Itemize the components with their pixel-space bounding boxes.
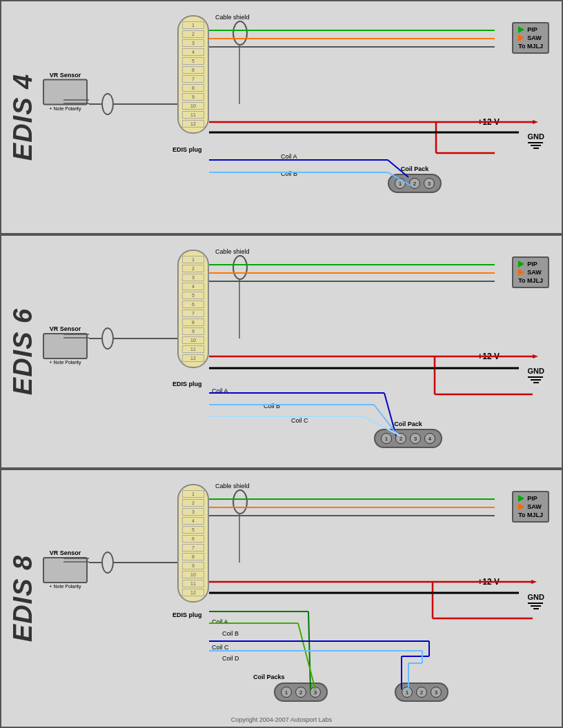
saw-label-6: SAW (527, 269, 542, 276)
saw-row-4: SAW (518, 34, 543, 41)
edis-plug-4: 1 2 3 4 5 6 7 8 9 10 11 12 (177, 15, 209, 134)
copyright: Copyright 2004-2007 Autosport Labs (1, 716, 562, 723)
svg-line-56 (298, 623, 315, 689)
gnd-4: GND (528, 132, 544, 149)
coil-a-label-8: Coil A (212, 618, 228, 625)
svg-line-54 (308, 611, 310, 689)
edis4-section: EDIS 4 VR Sensor + Note Polarity Cable s… (0, 0, 563, 234)
edis6-section: EDIS 6 VR Sensor + Note Polarity Cable s… (0, 234, 563, 469)
vr-polarity-4: + Note Polarity (43, 106, 88, 111)
svg-marker-50 (531, 580, 537, 584)
output-box-4: PIP SAW To MJLJ (512, 22, 549, 54)
coil-b-label-8: Coil B (222, 630, 239, 637)
power-label-6: +12 V (477, 352, 500, 361)
coil-pack-a-8: 1 2 3 (274, 682, 328, 702)
gnd-6: GND (528, 367, 544, 383)
coil-pack-4: Coil Pack 1 2 3 (388, 165, 442, 193)
saw-row-8: SAW (518, 503, 543, 510)
edis8-section: EDIS 8 VR Sensor + Note Polarity Cable s… (0, 469, 563, 728)
coil-b-label-6: Coil B (264, 403, 280, 410)
vr-sensor-4: VR Sensor + Note Polarity (43, 72, 88, 111)
power-label-8: +12 V (477, 577, 500, 587)
vr-sensor-8: VR Sensor + Note Polarity (43, 549, 88, 589)
edis-plug-label-6: EDIS plug (172, 381, 202, 387)
coil-pack-b-8: 1 2 3 (395, 682, 448, 702)
saw-label-4: SAW (527, 34, 542, 41)
cable-shield-oval-vr-4 (101, 93, 114, 115)
coil-d-label-8: Coil D (222, 655, 239, 662)
edis-plug-label-4: EDIS plug (172, 146, 202, 153)
coil-b-label-4: Coil B (281, 170, 297, 177)
coil-pack-6: Coil Pack 1 2 3 4 (374, 421, 442, 448)
saw-arrow-8 (518, 503, 524, 510)
cable-shield-oval-vr-8 (101, 552, 114, 574)
main-container: EDIS 4 VR Sensor + Note Polarity Cable s… (0, 0, 563, 728)
pip-row-8: PIP (518, 495, 543, 502)
power-label-4: +12 V (477, 117, 500, 127)
pip-arrow-6 (518, 261, 524, 267)
mjlj-label-8: To MJLJ (518, 512, 543, 518)
coil-c-label-6: Coil C (291, 417, 308, 424)
pip-arrow-8 (518, 495, 524, 502)
cable-shield-oval-top-8 (233, 489, 248, 514)
cable-shield-label-4: Cable shield (215, 14, 250, 21)
edis6-label: EDIS 6 (8, 308, 38, 395)
saw-arrow-4 (518, 34, 524, 41)
edis-plug-label-8: EDIS plug (172, 611, 202, 618)
edis8-label: EDIS 8 (8, 555, 38, 642)
edis-plug-8: 1 2 3 4 5 6 7 8 9 10 11 12 (177, 484, 209, 603)
pip-label-8: PIP (527, 495, 537, 502)
vr-sensor-box-4 (43, 79, 88, 105)
coil-c-label-8: Coil C (212, 644, 229, 651)
coil-a-label-4: Coil A (281, 153, 297, 160)
mjlj-label-4: To MJLJ (518, 43, 543, 50)
mjlj-label-6: To MJLJ (518, 277, 543, 284)
pip-row-6: PIP (518, 261, 543, 267)
cable-shield-oval-vr-6 (101, 327, 114, 350)
coil-packs-label-8: Coil Packs (253, 674, 285, 680)
cable-shield-label-8: Cable shield (215, 483, 250, 489)
edis-plug-6: 1 2 3 4 5 6 7 8 9 10 11 12 (177, 250, 209, 368)
gnd-8: GND (528, 593, 544, 609)
vr-sensor-label-4: VR Sensor (43, 72, 88, 79)
cable-shield-oval-top-6 (233, 255, 248, 280)
svg-marker-11 (533, 120, 538, 124)
pip-row-4: PIP (518, 26, 543, 33)
svg-marker-29 (533, 354, 538, 358)
cable-shield-oval-top-4 (233, 21, 248, 46)
saw-arrow-6 (518, 269, 524, 276)
output-box-8: PIP SAW To MJLJ (512, 491, 549, 523)
output-box-6: PIP SAW To MJLJ (512, 256, 549, 288)
pip-label-4: PIP (527, 26, 537, 33)
coil-a-label-6: Coil A (212, 387, 228, 394)
saw-row-6: SAW (518, 269, 543, 276)
cable-shield-label-6: Cable shield (215, 248, 250, 255)
pip-arrow-4 (518, 26, 524, 33)
edis4-label: EDIS 4 (8, 74, 38, 161)
vr-sensor-6: VR Sensor + Note Polarity (43, 325, 88, 365)
pip-label-6: PIP (527, 261, 537, 267)
saw-label-8: SAW (527, 503, 542, 510)
